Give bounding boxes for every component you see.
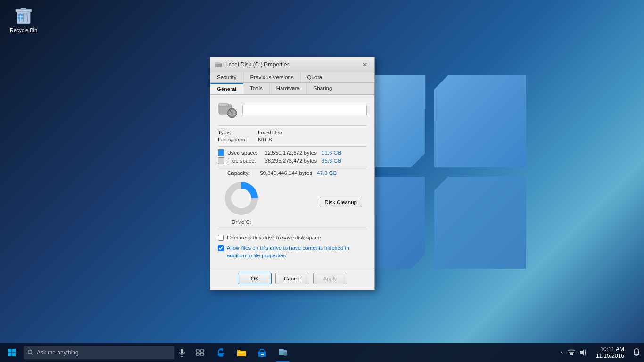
used-space-label: Used space: (227, 150, 260, 156)
svg-rect-23 (8, 349, 12, 353)
svg-rect-8 (18, 17, 20, 19)
store-icon (257, 348, 267, 357)
capacity-row: Capacity: 50,845,446,144 bytes 47.3 GB (218, 170, 367, 176)
dialog-content: Type: Local Disk File system: NTFS Used … (210, 95, 374, 268)
compress-checkbox-row: Compress this drive to save disk space (218, 234, 367, 241)
taskbar-clock[interactable]: 10:11 AM 11/15/2016 (591, 346, 629, 359)
used-space-bytes: 12,550,172,672 bytes (260, 150, 322, 156)
compress-checkbox[interactable] (218, 235, 224, 241)
free-space-bytes: 38,295,273,472 bytes (260, 158, 322, 164)
index-checkbox[interactable] (218, 245, 224, 251)
svg-rect-6 (18, 14, 20, 16)
tray-area: ∧ (555, 348, 591, 357)
svg-point-27 (28, 350, 32, 354)
properties-dialog: Local Disk (C:) Properties ✕ Security Pr… (210, 57, 375, 290)
apply-button[interactable]: Apply (313, 273, 347, 284)
chart-area: Drive C: Disk Cleanup (218, 180, 367, 225)
volume-icon[interactable] (578, 348, 587, 357)
donut-chart: Drive C: (223, 180, 260, 225)
free-space-row: Free space: 38,295,273,472 bytes 35.6 GB (218, 157, 367, 164)
free-space-gb: 35.6 GB (322, 158, 341, 164)
recycle-bin-image (14, 5, 33, 25)
tabs-row2: General Tools Hardware Sharing (210, 83, 374, 95)
tab-security[interactable]: Security (210, 72, 244, 82)
task-view-icon (196, 349, 204, 356)
used-space-row: Used space: 12,550,172,672 bytes 11.6 GB (218, 149, 367, 156)
active-app-icon (278, 348, 288, 357)
svg-rect-29 (181, 349, 183, 354)
search-placeholder: Ask me anything (37, 349, 79, 356)
svg-line-28 (32, 354, 33, 355)
start-button[interactable] (0, 343, 24, 362)
notification-button[interactable] (629, 343, 644, 362)
index-checkbox-row: Allow files on this drive to have conten… (218, 244, 367, 259)
tabs-row1: Security Previous Versions Quota (210, 72, 374, 83)
svg-rect-7 (21, 14, 23, 16)
svg-rect-40 (261, 354, 264, 355)
svg-rect-35 (200, 353, 204, 355)
donut-svg (223, 180, 260, 217)
svg-rect-37 (238, 352, 245, 353)
type-label: Type: (218, 130, 258, 135)
file-explorer-button[interactable] (231, 343, 252, 362)
taskbar: Ask me anything (0, 343, 644, 362)
tray-chevron[interactable]: ∧ (559, 350, 565, 355)
taskbar-search[interactable]: Ask me anything (24, 346, 174, 359)
type-row: Type: Local Disk (218, 130, 367, 135)
svg-rect-32 (196, 350, 199, 352)
active-app-button[interactable] (272, 343, 293, 362)
tab-tools[interactable]: Tools (243, 83, 270, 94)
svg-rect-34 (196, 353, 199, 355)
free-space-label: Free space: (227, 158, 260, 164)
ok-button[interactable]: OK (238, 273, 272, 284)
drive-label-input[interactable] (242, 105, 367, 115)
svg-rect-24 (12, 349, 16, 353)
svg-rect-15 (219, 104, 228, 107)
info-section: Type: Local Disk File system: NTFS (218, 125, 367, 142)
filesystem-row: File system: NTFS (218, 137, 367, 142)
svg-point-22 (228, 185, 255, 212)
edge-icon (216, 348, 225, 357)
task-view-button[interactable] (190, 343, 210, 362)
speaker-icon (579, 349, 586, 356)
svg-rect-9 (21, 17, 23, 19)
free-space-color (218, 157, 224, 164)
checkbox-section: Compress this drive to save disk space A… (218, 229, 367, 259)
file-explorer-icon (237, 348, 246, 357)
cancel-button[interactable]: Cancel (275, 273, 309, 284)
tab-sharing[interactable]: Sharing (307, 83, 339, 94)
tab-hardware[interactable]: Hardware (270, 83, 307, 94)
filesystem-value: NTFS (258, 137, 272, 142)
clock-date: 11/15/2016 (596, 353, 624, 359)
used-space-gb: 11.6 GB (322, 150, 341, 156)
compress-label: Compress this drive to save disk space (227, 234, 321, 241)
microphone-button[interactable] (174, 343, 190, 362)
svg-rect-38 (238, 354, 243, 354)
capacity-label: Capacity: (227, 170, 256, 176)
microphone-icon (179, 348, 185, 357)
svg-point-44 (284, 353, 286, 355)
svg-rect-25 (8, 353, 12, 357)
store-button[interactable] (252, 343, 272, 362)
search-icon (27, 349, 34, 356)
svg-rect-33 (200, 350, 204, 352)
recycle-bin-icon[interactable]: Recycle Bin (7, 5, 40, 33)
svg-rect-45 (570, 353, 573, 355)
svg-rect-2 (21, 8, 26, 10)
tab-general[interactable]: General (210, 83, 243, 94)
network-status-icon (568, 349, 575, 356)
dialog-title-area: Local Disk (C:) Properties (215, 61, 290, 68)
tab-quota[interactable]: Quota (301, 72, 329, 82)
svg-rect-47 (634, 354, 639, 355)
disk-cleanup-button[interactable]: Disk Cleanup (320, 197, 362, 207)
network-icon[interactable] (567, 348, 576, 357)
dialog-titlebar: Local Disk (C:) Properties ✕ (210, 57, 374, 72)
drive-icon-large (218, 101, 238, 119)
svg-rect-42 (279, 349, 284, 351)
dialog-buttons: OK Cancel Apply (210, 268, 374, 290)
edge-button[interactable] (210, 343, 231, 362)
dialog-close-button[interactable]: ✕ (360, 60, 370, 69)
space-section: Used space: 12,550,172,672 bytes 11.6 GB… (218, 149, 367, 164)
tab-previous-versions[interactable]: Previous Versions (244, 72, 301, 82)
drive-letter-label: Drive C: (231, 219, 251, 225)
